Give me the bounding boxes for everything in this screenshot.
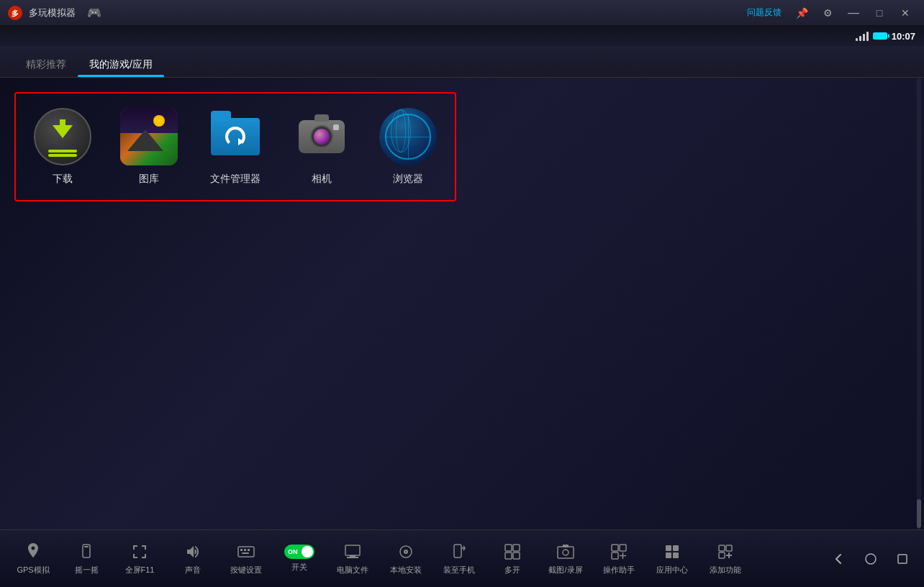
- svg-rect-20: [563, 545, 569, 547]
- nav-back-button[interactable]: [825, 545, 853, 573]
- toggle-icon: ON: [284, 545, 314, 559]
- svg-rect-7: [248, 549, 250, 551]
- tab-mygames[interactable]: 我的游戏/应用: [78, 53, 164, 77]
- svg-rect-24: [666, 545, 671, 551]
- svg-rect-25: [673, 545, 679, 551]
- toggle-switch[interactable]: ON: [284, 545, 314, 559]
- svg-rect-27: [673, 552, 679, 558]
- svg-rect-9: [345, 545, 360, 555]
- tool-screenshot-label: 截图/录屏: [548, 565, 582, 575]
- svg-rect-32: [898, 555, 907, 563]
- toggle-on-label: ON: [284, 548, 298, 555]
- maximize-button[interactable]: □: [868, 4, 891, 22]
- tool-keysettings[interactable]: 按键设置: [220, 534, 272, 584]
- app-logo-icon: 多: [7, 5, 23, 21]
- svg-rect-30: [719, 552, 725, 558]
- tool-fullscreen-label: 全屏F11: [125, 565, 155, 575]
- tool-localinstall-label: 本地安装: [390, 565, 422, 575]
- tool-gps[interactable]: GPS模拟: [7, 534, 59, 584]
- tool-operhelper[interactable]: 操作助手: [593, 534, 645, 584]
- svg-point-12: [405, 551, 407, 552]
- scrollbar-thumb[interactable]: [917, 499, 921, 528]
- camera-icon: [293, 108, 350, 165]
- folder-refresh-icon: [225, 127, 245, 147]
- download-arrow-icon: [53, 125, 73, 138]
- title-bar-left: 多 多玩模拟器 🎮: [7, 5, 101, 21]
- addfunc-icon: [715, 542, 735, 562]
- fullscreen-icon: [130, 542, 150, 562]
- camera-body: [299, 120, 345, 153]
- operhelper-icon: [609, 542, 629, 562]
- tool-addfunc[interactable]: 添加功能: [699, 534, 751, 584]
- svg-rect-5: [240, 549, 243, 551]
- pcfile-icon: [343, 542, 363, 562]
- keysettings-icon: [236, 542, 256, 562]
- svg-rect-29: [726, 545, 732, 551]
- svg-rect-3: [84, 546, 89, 547]
- tool-fullscreen[interactable]: 全屏F11: [114, 534, 166, 584]
- app-download[interactable]: 下载: [23, 108, 102, 186]
- tool-toggle[interactable]: ON 开关: [273, 534, 325, 584]
- gallery-mountain: [127, 129, 163, 151]
- nav-recent-button[interactable]: [888, 545, 917, 573]
- browser-icon: [379, 108, 437, 165]
- camera-flash: [333, 124, 339, 130]
- app-browser-label: 浏览器: [393, 173, 423, 186]
- app-camera-label: 相机: [312, 173, 332, 186]
- tool-screenshot[interactable]: 截图/录屏: [540, 534, 592, 584]
- tool-pcfile-label: 电脑文件: [337, 565, 368, 575]
- svg-rect-15: [513, 545, 520, 551]
- close-button[interactable]: ✕: [894, 4, 917, 22]
- tool-gps-label: GPS模拟: [17, 565, 49, 575]
- app-grid: 下载 图库 文件管理器: [14, 92, 456, 201]
- bottom-toolbar: GPS模拟 摇一摇 全屏F11 声音 按: [0, 529, 924, 587]
- svg-rect-23: [612, 552, 618, 559]
- download-icon: [34, 108, 91, 165]
- shake-icon: [76, 542, 96, 562]
- tool-pcfile[interactable]: 电脑文件: [327, 534, 379, 584]
- svg-rect-22: [620, 545, 626, 551]
- clock: 10:07: [892, 31, 915, 42]
- main-content: 下载 图库 文件管理器: [0, 78, 924, 529]
- nav-home-button[interactable]: [856, 545, 885, 573]
- localinstall-icon: [396, 542, 416, 562]
- tool-shake[interactable]: 摇一摇: [60, 534, 112, 584]
- tool-localinstall[interactable]: 本地安装: [380, 534, 432, 584]
- tool-multiopen[interactable]: 多开: [486, 534, 538, 584]
- multiopen-icon: [502, 542, 522, 562]
- app-filemanager[interactable]: 文件管理器: [196, 108, 275, 186]
- app-filemanager-label: 文件管理器: [210, 173, 261, 186]
- pin-button[interactable]: 📌: [790, 4, 813, 22]
- toolbar-left: GPS模拟 摇一摇 全屏F11 声音 按: [7, 534, 751, 584]
- signal-icon: [856, 31, 869, 41]
- sound-icon: [183, 542, 203, 562]
- screenshot-icon: [556, 542, 576, 562]
- gallery-icon: [120, 108, 178, 165]
- tool-tophone[interactable]: 装至手机: [433, 534, 485, 584]
- tool-multiopen-label: 多开: [504, 565, 520, 575]
- app-gallery[interactable]: 图库: [109, 108, 189, 186]
- tool-shake-label: 摇一摇: [75, 565, 99, 575]
- app-browser[interactable]: 浏览器: [368, 108, 448, 186]
- tool-addfunc-label: 添加功能: [710, 565, 741, 575]
- app-download-label: 下载: [53, 173, 73, 186]
- filemanager-icon: [207, 108, 264, 165]
- tool-appcenter-label: 应用中心: [656, 565, 688, 575]
- tool-appcenter[interactable]: 应用中心: [646, 534, 698, 584]
- gps-icon: [23, 542, 43, 562]
- tab-bar: 精彩推荐 我的游戏/应用: [0, 46, 924, 78]
- svg-point-31: [866, 554, 876, 564]
- folder-tab: [211, 111, 231, 119]
- app-camera[interactable]: 相机: [282, 108, 361, 186]
- tool-sound-label: 声音: [185, 565, 201, 575]
- feedback-button[interactable]: 问题反馈: [747, 6, 782, 19]
- appcenter-icon: [662, 542, 682, 562]
- minimize-button[interactable]: —: [842, 4, 865, 22]
- svg-rect-13: [454, 545, 461, 558]
- toolbar-right: [825, 545, 917, 573]
- settings-button[interactable]: ⚙: [816, 4, 839, 22]
- scrollbar-track[interactable]: [917, 78, 921, 529]
- tool-sound[interactable]: 声音: [167, 534, 219, 584]
- tab-featured[interactable]: 精彩推荐: [14, 53, 78, 77]
- svg-rect-6: [244, 549, 246, 551]
